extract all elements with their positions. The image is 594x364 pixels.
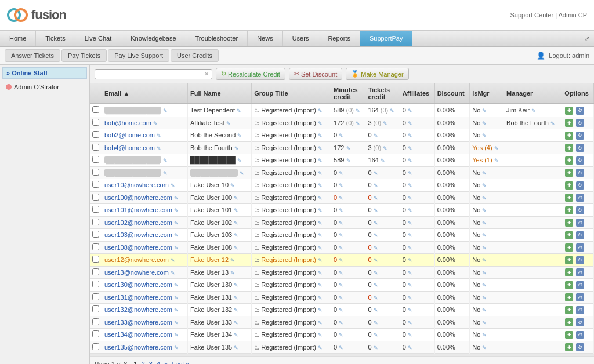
group-edit-icon[interactable]: ✎ [318, 282, 323, 288]
email-edit-icon[interactable]: ✎ [171, 257, 175, 263]
row-fullname[interactable]: Bob the Second ✎ [187, 129, 251, 142]
group-edit-icon[interactable]: ✎ [318, 108, 323, 114]
email-edit-icon[interactable]: ✎ [171, 270, 175, 276]
row-email[interactable]: user101@nowhere.com ✎ [102, 204, 188, 217]
group-edit-icon[interactable]: ✎ [318, 183, 323, 188]
ismgr-edit-icon[interactable]: ✎ [482, 195, 487, 201]
col-email[interactable]: Email ▲ [102, 83, 188, 104]
options-edit-icon[interactable]: ✚ [565, 156, 573, 165]
options-history-icon[interactable]: ⏱ [576, 268, 584, 276]
make-manager-button[interactable]: 🏅 Make Manager [346, 68, 408, 80]
affiliates-edit-icon[interactable]: ✎ [408, 332, 412, 338]
ismgr-edit-icon[interactable]: ✎ [482, 257, 487, 263]
affiliates-edit-icon[interactable]: ✎ [408, 170, 412, 176]
ismgr-edit-icon[interactable]: ✎ [482, 232, 487, 238]
fullname-edit-icon[interactable]: ✎ [237, 133, 242, 139]
col-fullname[interactable]: Full Name [187, 83, 251, 104]
affiliates-edit-icon[interactable]: ✎ [408, 108, 412, 114]
mincredit-edit-icon[interactable]: ✎ [339, 170, 343, 176]
tickcredit-edit-icon[interactable]: ✎ [383, 121, 387, 126]
fullname-edit-icon[interactable]: ✎ [230, 257, 235, 263]
ismgr-edit-icon[interactable]: ✎ [482, 270, 487, 276]
row-email[interactable]: user134@nowhere.com ✎ [102, 329, 188, 341]
tickcredit-edit-icon[interactable]: ✎ [374, 170, 378, 176]
row-email[interactable]: user103@nowhere.com ✎ [102, 229, 188, 242]
row-email[interactable]: ████████████ ✎ [102, 166, 188, 179]
row-fullname[interactable]: Fake User 135 ✎ [187, 341, 251, 354]
mincredit-edit-icon[interactable]: ✎ [339, 208, 343, 213]
group-edit-icon[interactable]: ✎ [318, 220, 323, 226]
row-checkbox[interactable] [90, 241, 102, 254]
page-5-link[interactable]: 5 [164, 361, 168, 364]
subnav-pay-live-support[interactable]: Pay Live Support [108, 49, 169, 62]
nav-knowledgebase[interactable]: Knowledgebase [121, 31, 186, 46]
fullname-edit-icon[interactable]: ✎ [234, 220, 238, 226]
ismgr-edit-icon[interactable]: ✎ [482, 220, 487, 226]
ismgr-edit-icon[interactable]: ✎ [482, 183, 487, 188]
fullname-edit-icon[interactable]: ✎ [234, 195, 238, 201]
fullname-edit-icon[interactable]: ✎ [240, 170, 244, 176]
page-last-link[interactable]: Last » [172, 361, 189, 364]
ismgr-edit-icon[interactable]: ✎ [482, 208, 487, 213]
tickcredit-edit-icon[interactable]: ✎ [374, 270, 378, 276]
nav-tickets[interactable]: Tickets [36, 31, 75, 46]
row-checkbox[interactable] [90, 279, 102, 292]
fullname-edit-icon[interactable]: ✎ [230, 270, 235, 276]
email-edit-icon[interactable]: ✎ [174, 332, 179, 338]
group-edit-icon[interactable]: ✎ [318, 307, 323, 313]
email-edit-icon[interactable]: ✎ [171, 183, 175, 188]
row-fullname[interactable]: ██████████ ✎ [187, 154, 251, 167]
fullname-edit-icon[interactable]: ✎ [234, 208, 238, 213]
manager-edit-icon[interactable]: ✎ [531, 108, 536, 114]
affiliates-edit-icon[interactable]: ✎ [408, 145, 412, 151]
nav-reports[interactable]: Reports [318, 31, 360, 46]
row-fullname[interactable]: Fake User 102 ✎ [187, 216, 251, 229]
row-checkbox[interactable] [90, 254, 102, 267]
row-fullname[interactable]: Fake User 132 ✎ [187, 304, 251, 316]
mincredit-edit-icon[interactable]: ✎ [339, 282, 343, 288]
options-history-icon[interactable]: ⏱ [576, 169, 584, 177]
options-history-icon[interactable]: ⏱ [576, 331, 584, 339]
ismgr-edit-icon[interactable]: ✎ [482, 121, 487, 126]
options-edit-icon[interactable]: ✚ [565, 231, 573, 239]
mincredit-edit-icon[interactable]: ✎ [339, 345, 343, 351]
ismgr-edit-icon[interactable]: ✎ [494, 158, 499, 163]
fullname-edit-icon[interactable]: ✎ [234, 245, 238, 251]
row-email[interactable]: user131@nowhere.com ✎ [102, 291, 188, 304]
group-edit-icon[interactable]: ✎ [318, 232, 323, 238]
email-edit-icon[interactable]: ✎ [174, 320, 179, 326]
subnav-answer-tickets[interactable]: Answer Tickets [5, 49, 60, 62]
group-edit-icon[interactable]: ✎ [318, 133, 323, 139]
options-edit-icon[interactable]: ✚ [565, 306, 573, 314]
mincredit-edit-icon[interactable]: ✎ [356, 108, 360, 114]
affiliates-edit-icon[interactable]: ✎ [408, 270, 412, 276]
group-edit-icon[interactable]: ✎ [318, 158, 323, 163]
mincredit-edit-icon[interactable]: ✎ [356, 121, 360, 126]
affiliates-edit-icon[interactable]: ✎ [408, 257, 412, 263]
ismgr-edit-icon[interactable]: ✎ [482, 320, 487, 326]
tickcredit-edit-icon[interactable]: ✎ [390, 108, 394, 114]
nav-supportpay[interactable]: SupportPay [360, 31, 412, 46]
row-fullname[interactable]: Fake User 12 ✎ [187, 254, 251, 267]
group-edit-icon[interactable]: ✎ [318, 345, 323, 351]
row-checkbox[interactable] [90, 229, 102, 242]
options-history-icon[interactable]: ⏱ [576, 219, 584, 227]
row-fullname[interactable]: Fake User 108 ✎ [187, 241, 251, 254]
ismgr-edit-icon[interactable]: ✎ [482, 307, 487, 313]
manager-edit-icon[interactable]: ✎ [550, 121, 555, 126]
row-fullname[interactable]: Bob the Fourth ✎ [187, 141, 251, 154]
mincredit-edit-icon[interactable]: ✎ [339, 232, 343, 238]
tickcredit-edit-icon[interactable]: ✎ [374, 195, 378, 201]
email-edit-icon[interactable]: ✎ [174, 345, 179, 351]
row-email[interactable]: user102@nowhere.com ✎ [102, 216, 188, 229]
row-checkbox[interactable] [90, 204, 102, 217]
tickcredit-edit-icon[interactable]: ✎ [374, 245, 378, 251]
group-edit-icon[interactable]: ✎ [318, 257, 323, 263]
row-checkbox[interactable] [90, 341, 102, 354]
tickcredit-edit-icon[interactable]: ✎ [374, 295, 378, 301]
mincredit-edit-icon[interactable]: ✎ [339, 295, 343, 301]
row-fullname[interactable]: Fake User 130 ✎ [187, 279, 251, 292]
options-history-icon[interactable]: ⏱ [576, 206, 584, 214]
mincredit-edit-icon[interactable]: ✎ [339, 307, 343, 313]
row-email[interactable]: user132@nowhere.com ✎ [102, 304, 188, 316]
